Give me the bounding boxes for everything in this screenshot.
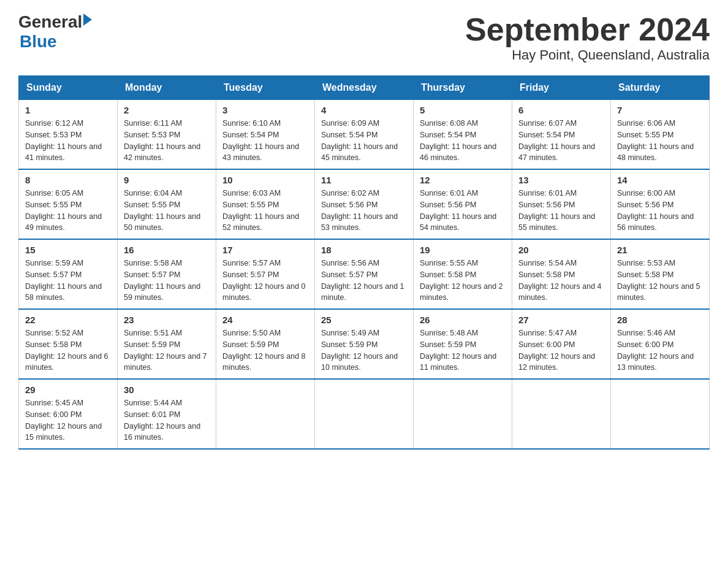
day-number: 3 bbox=[222, 105, 308, 115]
calendar-cell: 22 Sunrise: 5:52 AM Sunset: 5:58 PM Dayl… bbox=[19, 309, 118, 379]
calendar-week-row: 22 Sunrise: 5:52 AM Sunset: 5:58 PM Dayl… bbox=[19, 309, 710, 379]
col-monday: Monday bbox=[118, 76, 216, 100]
day-info: Sunrise: 6:07 AM Sunset: 5:54 PM Dayligh… bbox=[518, 118, 604, 164]
day-number: 21 bbox=[617, 245, 703, 255]
calendar-cell bbox=[611, 379, 710, 449]
day-info: Sunrise: 5:51 AM Sunset: 5:59 PM Dayligh… bbox=[124, 327, 210, 373]
day-number: 4 bbox=[321, 105, 407, 115]
calendar-cell: 21 Sunrise: 5:53 AM Sunset: 5:58 PM Dayl… bbox=[611, 239, 710, 309]
day-info: Sunrise: 6:11 AM Sunset: 5:53 PM Dayligh… bbox=[124, 118, 210, 164]
day-number: 12 bbox=[420, 175, 506, 185]
day-number: 23 bbox=[124, 315, 210, 325]
calendar-cell: 13 Sunrise: 6:01 AM Sunset: 5:56 PM Dayl… bbox=[512, 169, 611, 239]
calendar-cell: 18 Sunrise: 5:56 AM Sunset: 5:57 PM Dayl… bbox=[315, 239, 414, 309]
day-number: 20 bbox=[518, 245, 604, 255]
day-info: Sunrise: 5:58 AM Sunset: 5:57 PM Dayligh… bbox=[124, 258, 210, 304]
col-thursday: Thursday bbox=[414, 76, 512, 100]
day-number: 14 bbox=[617, 175, 703, 185]
calendar-cell: 4 Sunrise: 6:09 AM Sunset: 5:54 PM Dayli… bbox=[315, 100, 414, 170]
day-info: Sunrise: 5:44 AM Sunset: 6:01 PM Dayligh… bbox=[124, 397, 210, 443]
day-number: 24 bbox=[222, 315, 308, 325]
day-info: Sunrise: 5:47 AM Sunset: 6:00 PM Dayligh… bbox=[518, 327, 604, 373]
calendar-body: 1 Sunrise: 6:12 AM Sunset: 5:53 PM Dayli… bbox=[19, 100, 710, 450]
calendar-header: Sunday Monday Tuesday Wednesday Thursday… bbox=[19, 76, 710, 100]
day-number: 13 bbox=[518, 175, 604, 185]
calendar-cell: 6 Sunrise: 6:07 AM Sunset: 5:54 PM Dayli… bbox=[512, 100, 611, 170]
calendar-cell: 24 Sunrise: 5:50 AM Sunset: 5:59 PM Dayl… bbox=[216, 309, 315, 379]
day-number: 2 bbox=[124, 105, 210, 115]
col-saturday: Saturday bbox=[611, 76, 710, 100]
day-info: Sunrise: 5:48 AM Sunset: 5:59 PM Dayligh… bbox=[420, 327, 506, 373]
calendar-cell: 15 Sunrise: 5:59 AM Sunset: 5:57 PM Dayl… bbox=[19, 239, 118, 309]
logo-general: General bbox=[18, 12, 82, 32]
day-number: 15 bbox=[25, 245, 111, 255]
calendar-cell bbox=[512, 379, 611, 449]
day-number: 5 bbox=[420, 105, 506, 115]
day-info: Sunrise: 6:04 AM Sunset: 5:55 PM Dayligh… bbox=[124, 188, 210, 234]
day-info: Sunrise: 6:08 AM Sunset: 5:54 PM Dayligh… bbox=[420, 118, 506, 164]
calendar-cell: 30 Sunrise: 5:44 AM Sunset: 6:01 PM Dayl… bbox=[118, 379, 216, 449]
calendar-cell bbox=[315, 379, 414, 449]
day-number: 9 bbox=[124, 175, 210, 185]
calendar-cell: 14 Sunrise: 6:00 AM Sunset: 5:56 PM Dayl… bbox=[611, 169, 710, 239]
calendar-week-row: 1 Sunrise: 6:12 AM Sunset: 5:53 PM Dayli… bbox=[19, 100, 710, 170]
col-sunday: Sunday bbox=[19, 76, 118, 100]
day-number: 16 bbox=[124, 245, 210, 255]
day-info: Sunrise: 6:12 AM Sunset: 5:53 PM Dayligh… bbox=[25, 118, 111, 164]
day-info: Sunrise: 6:09 AM Sunset: 5:54 PM Dayligh… bbox=[321, 118, 407, 164]
calendar-cell: 28 Sunrise: 5:46 AM Sunset: 6:00 PM Dayl… bbox=[611, 309, 710, 379]
day-number: 27 bbox=[518, 315, 604, 325]
calendar-title: September 2024 bbox=[465, 12, 710, 47]
title-block: September 2024 Hay Point, Queensland, Au… bbox=[465, 12, 710, 63]
calendar-cell: 17 Sunrise: 5:57 AM Sunset: 5:57 PM Dayl… bbox=[216, 239, 315, 309]
col-wednesday: Wednesday bbox=[315, 76, 414, 100]
day-info: Sunrise: 6:00 AM Sunset: 5:56 PM Dayligh… bbox=[617, 188, 703, 234]
calendar-cell bbox=[414, 379, 512, 449]
day-info: Sunrise: 5:49 AM Sunset: 5:59 PM Dayligh… bbox=[321, 327, 407, 373]
calendar-cell: 16 Sunrise: 5:58 AM Sunset: 5:57 PM Dayl… bbox=[118, 239, 216, 309]
calendar-cell: 23 Sunrise: 5:51 AM Sunset: 5:59 PM Dayl… bbox=[118, 309, 216, 379]
calendar-cell: 19 Sunrise: 5:55 AM Sunset: 5:58 PM Dayl… bbox=[414, 239, 512, 309]
calendar-cell: 25 Sunrise: 5:49 AM Sunset: 5:59 PM Dayl… bbox=[315, 309, 414, 379]
calendar-cell: 29 Sunrise: 5:45 AM Sunset: 6:00 PM Dayl… bbox=[19, 379, 118, 449]
day-number: 22 bbox=[25, 315, 111, 325]
calendar-week-row: 29 Sunrise: 5:45 AM Sunset: 6:00 PM Dayl… bbox=[19, 379, 710, 449]
logo: General Blue bbox=[18, 12, 92, 52]
day-info: Sunrise: 5:46 AM Sunset: 6:00 PM Dayligh… bbox=[617, 327, 703, 373]
day-info: Sunrise: 6:01 AM Sunset: 5:56 PM Dayligh… bbox=[420, 188, 506, 234]
calendar-cell: 8 Sunrise: 6:05 AM Sunset: 5:55 PM Dayli… bbox=[19, 169, 118, 239]
calendar-cell: 20 Sunrise: 5:54 AM Sunset: 5:58 PM Dayl… bbox=[512, 239, 611, 309]
day-number: 19 bbox=[420, 245, 506, 255]
day-number: 10 bbox=[222, 175, 308, 185]
day-info: Sunrise: 5:57 AM Sunset: 5:57 PM Dayligh… bbox=[222, 258, 308, 304]
calendar-cell: 5 Sunrise: 6:08 AM Sunset: 5:54 PM Dayli… bbox=[414, 100, 512, 170]
day-number: 1 bbox=[25, 105, 111, 115]
day-info: Sunrise: 6:10 AM Sunset: 5:54 PM Dayligh… bbox=[222, 118, 308, 164]
day-number: 8 bbox=[25, 175, 111, 185]
calendar-week-row: 8 Sunrise: 6:05 AM Sunset: 5:55 PM Dayli… bbox=[19, 169, 710, 239]
logo-arrow-icon bbox=[83, 13, 92, 26]
page-header: General Blue September 2024 Hay Point, Q… bbox=[18, 12, 710, 63]
calendar-cell: 3 Sunrise: 6:10 AM Sunset: 5:54 PM Dayli… bbox=[216, 100, 315, 170]
day-info: Sunrise: 5:45 AM Sunset: 6:00 PM Dayligh… bbox=[25, 397, 111, 443]
day-info: Sunrise: 5:55 AM Sunset: 5:58 PM Dayligh… bbox=[420, 258, 506, 304]
col-friday: Friday bbox=[512, 76, 611, 100]
calendar-cell: 12 Sunrise: 6:01 AM Sunset: 5:56 PM Dayl… bbox=[414, 169, 512, 239]
day-number: 26 bbox=[420, 315, 506, 325]
calendar-cell: 27 Sunrise: 5:47 AM Sunset: 6:00 PM Dayl… bbox=[512, 309, 611, 379]
day-number: 30 bbox=[124, 385, 210, 395]
day-number: 18 bbox=[321, 245, 407, 255]
day-info: Sunrise: 6:06 AM Sunset: 5:55 PM Dayligh… bbox=[617, 118, 703, 164]
day-info: Sunrise: 6:03 AM Sunset: 5:55 PM Dayligh… bbox=[222, 188, 308, 234]
calendar-cell: 10 Sunrise: 6:03 AM Sunset: 5:55 PM Dayl… bbox=[216, 169, 315, 239]
calendar-subtitle: Hay Point, Queensland, Australia bbox=[465, 47, 710, 63]
day-info: Sunrise: 6:01 AM Sunset: 5:56 PM Dayligh… bbox=[518, 188, 604, 234]
logo-blue: Blue bbox=[20, 32, 92, 52]
day-info: Sunrise: 5:54 AM Sunset: 5:58 PM Dayligh… bbox=[518, 258, 604, 304]
day-info: Sunrise: 6:05 AM Sunset: 5:55 PM Dayligh… bbox=[25, 188, 111, 234]
calendar-table: Sunday Monday Tuesday Wednesday Thursday… bbox=[18, 75, 710, 450]
calendar-cell: 2 Sunrise: 6:11 AM Sunset: 5:53 PM Dayli… bbox=[118, 100, 216, 170]
day-number: 17 bbox=[222, 245, 308, 255]
calendar-cell: 9 Sunrise: 6:04 AM Sunset: 5:55 PM Dayli… bbox=[118, 169, 216, 239]
day-info: Sunrise: 6:02 AM Sunset: 5:56 PM Dayligh… bbox=[321, 188, 407, 234]
